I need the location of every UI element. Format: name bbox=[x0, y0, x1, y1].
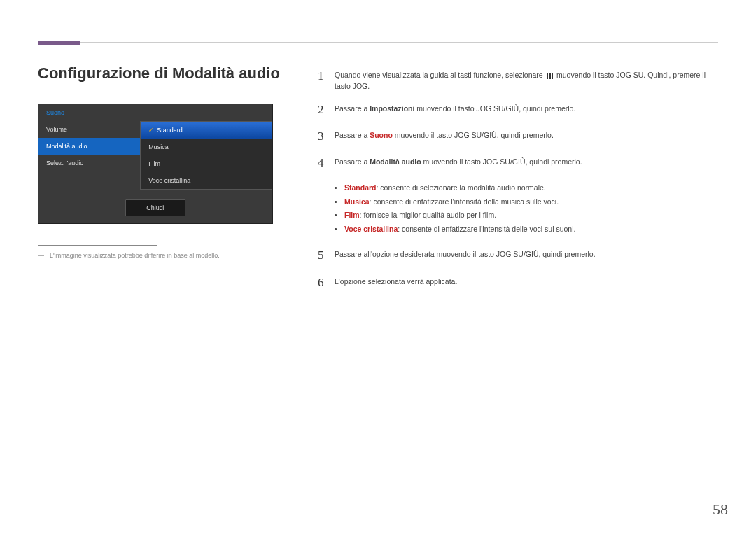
step-number: 2 bbox=[318, 101, 335, 119]
bullet-musica: • Musica: consente di enfatizzare l'inte… bbox=[335, 195, 717, 209]
osd-close-button[interactable]: Chiudi bbox=[125, 199, 186, 216]
footnote-divider bbox=[38, 245, 157, 246]
keyword-impostazioni: Impostazioni bbox=[370, 104, 414, 113]
menu-icon bbox=[547, 73, 554, 79]
step-number: 3 bbox=[318, 127, 335, 146]
osd-sub-standard[interactable]: ✓Standard bbox=[141, 122, 272, 139]
osd-item-modalita-audio[interactable]: Modalità audio bbox=[38, 138, 140, 155]
step-number: 5 bbox=[318, 246, 335, 265]
check-icon: ✓ bbox=[148, 127, 154, 134]
step-content: L'opzione selezionata verrà applicata. bbox=[335, 274, 717, 287]
bullet-film: • Film: fornisce la miglior qualità audi… bbox=[335, 209, 717, 223]
osd-panel: Suono Volume Modalità audio Selez. l'aud… bbox=[38, 104, 273, 224]
osd-sub-musica[interactable]: Musica bbox=[141, 139, 272, 155]
keyword-modalita-audio: Modalità audio bbox=[370, 157, 421, 166]
step-content: Quando viene visualizzata la guida ai ta… bbox=[335, 67, 717, 92]
osd-menu: Suono Volume Modalità audio Selez. l'aud… bbox=[38, 104, 272, 190]
osd-item-selez-audio[interactable]: Selez. l'audio bbox=[38, 155, 140, 171]
step-content: Passare a Impostazioni muovendo il tasto… bbox=[335, 101, 717, 114]
footnote-dash: ― bbox=[38, 252, 44, 259]
step-number: 6 bbox=[318, 274, 335, 292]
page-number: 58 bbox=[713, 500, 728, 519]
header-divider bbox=[38, 42, 718, 43]
step-number: 1 bbox=[318, 67, 335, 85]
bullet-standard: • Standard: consente di selezionare la m… bbox=[335, 181, 717, 195]
footnote: ―L'immagine visualizzata potrebbe differ… bbox=[38, 252, 276, 259]
osd-sub-voce[interactable]: Voce cristallina bbox=[141, 172, 272, 189]
step-1: 1 Quando viene visualizzata la guida ai … bbox=[318, 67, 717, 92]
step-3: 3 Passare a Suono muovendo il tasto JOG … bbox=[318, 127, 717, 146]
osd-category-header: Suono bbox=[38, 104, 140, 121]
bullet-voce: • Voce cristallina: consente di enfatizz… bbox=[335, 223, 717, 237]
step-content: Passare a Suono muovendo il tasto JOG SU… bbox=[335, 127, 717, 141]
header-accent bbox=[38, 41, 80, 45]
keyword-suono: Suono bbox=[370, 131, 393, 139]
osd-sub-film[interactable]: Film bbox=[141, 155, 272, 172]
step-content: Passare a Modalità audio muovendo il tas… bbox=[335, 154, 717, 167]
bullet-list: • Standard: consente di selezionare la m… bbox=[335, 181, 717, 237]
footnote-text: L'immagine visualizzata potrebbe differi… bbox=[50, 252, 220, 259]
step-6: 6 L'opzione selezionata verrà applicata. bbox=[318, 274, 717, 292]
step-content: Passare all'opzione desiderata muovendo … bbox=[335, 246, 717, 260]
step-4: 4 Passare a Modalità audio muovendo il t… bbox=[318, 154, 717, 172]
page-title: Configurazione di Modalità audio bbox=[38, 64, 280, 83]
steps-list: 1 Quando viene visualizzata la guida ai … bbox=[318, 67, 717, 300]
osd-sub-label: Standard bbox=[157, 127, 183, 134]
step-number: 4 bbox=[318, 154, 335, 172]
osd-submenu: ✓Standard Musica Film Voce cristallina bbox=[140, 121, 272, 190]
osd-left-column: Suono Volume Modalità audio Selez. l'aud… bbox=[38, 104, 140, 190]
step-2: 2 Passare a Impostazioni muovendo il tas… bbox=[318, 101, 717, 119]
osd-item-volume[interactable]: Volume bbox=[38, 121, 140, 138]
step-5: 5 Passare all'opzione desiderata muovend… bbox=[318, 246, 717, 265]
